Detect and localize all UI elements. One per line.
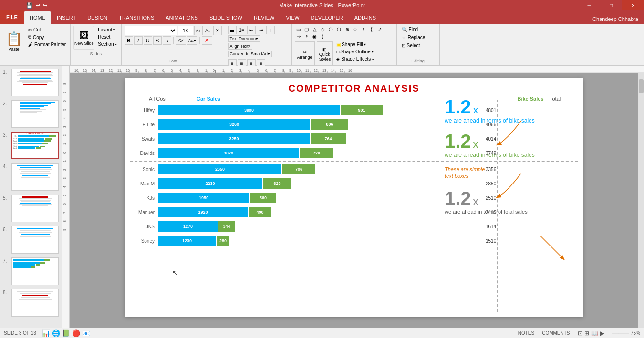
shape-icon-4[interactable]: ◇ <box>319 26 327 32</box>
align-text-btn[interactable]: Align Text▾ <box>228 43 253 50</box>
bike-bar-manuer: 490 <box>249 207 271 217</box>
svg-text:0: 0 <box>63 152 66 154</box>
decrease-font-btn[interactable]: A↓ <box>204 26 212 35</box>
tab-developer[interactable]: DEVELOPER <box>305 11 349 24</box>
shape-icon-15[interactable]: ) <box>319 33 327 40</box>
quick-styles-button[interactable]: ◧ Quick Styles <box>317 41 333 67</box>
slide-thumb-6[interactable]: 6. <box>2 225 60 255</box>
strikethrough-button[interactable]: S <box>153 36 162 45</box>
svg-text:2: 2 <box>231 69 233 72</box>
comments-btn[interactable]: COMMENTS <box>542 330 570 336</box>
decrease-indent-btn[interactable]: ⇤ <box>247 26 256 34</box>
italic-button[interactable]: I <box>134 36 143 45</box>
shape-icon-3[interactable]: △ <box>311 26 319 32</box>
slide-thumb-7[interactable]: 7. <box>2 256 60 286</box>
tab-addins[interactable]: ADD-INS <box>349 11 382 24</box>
presenter-view-icon[interactable]: ▶ <box>600 330 604 337</box>
arrange-button[interactable]: ⧉ Arrange <box>295 41 315 67</box>
bike-bar-swats: 764 <box>311 133 346 144</box>
tab-transitions[interactable]: TRANSITIONS <box>113 11 160 24</box>
shadow-button[interactable]: s <box>163 36 171 45</box>
shape-icon-7[interactable]: ⊕ <box>343 26 351 32</box>
shape-icon-6[interactable]: ⬡ <box>335 26 343 32</box>
zoom-control[interactable]: ───── 75% <box>612 330 640 336</box>
svg-text:9: 9 <box>289 69 291 72</box>
shape-fill-button[interactable]: ▣ Shape Fill▾ <box>335 41 375 48</box>
font-name-select[interactable] <box>125 26 177 35</box>
find-button[interactable]: 🔍 Find <box>400 26 436 33</box>
chart-label-manuer: Manuer <box>130 210 158 215</box>
numbered-list-btn[interactable]: 1≡ <box>238 26 246 34</box>
tab-slideshow[interactable]: SLIDE SHOW <box>204 11 248 24</box>
shape-icon-14[interactable]: ◉ <box>311 33 319 40</box>
font-color-button[interactable]: A <box>202 36 212 45</box>
font-size-input[interactable] <box>178 26 193 35</box>
shape-icon-12[interactable]: ⇒ <box>295 33 302 40</box>
rect-icon[interactable]: ▭ <box>295 26 302 32</box>
smartart-btn[interactable]: Convert to SmartArt▾ <box>228 51 272 57</box>
file-button[interactable]: FILE <box>0 10 24 24</box>
layout-button[interactable]: Layout▾ <box>96 27 118 33</box>
slide-thumb-2[interactable]: 2. <box>2 99 60 129</box>
shape-icon-8[interactable]: ☆ <box>352 26 359 32</box>
svg-text:2: 2 <box>63 134 66 136</box>
slide-sorter-icon[interactable]: ⊞ <box>584 330 589 337</box>
undo-icon[interactable]: ↩ <box>36 2 40 9</box>
reset-button[interactable]: Reset <box>96 34 118 40</box>
redo-icon[interactable]: ↪ <box>43 2 47 9</box>
tab-review[interactable]: REVIEW <box>248 11 280 24</box>
svg-text:8: 8 <box>63 220 66 222</box>
notes-btn[interactable]: NOTES <box>518 330 534 336</box>
vertical-scrollbar[interactable] <box>638 73 644 328</box>
text-dir-btn[interactable]: Text Direction▾ <box>228 35 260 42</box>
copy-button[interactable]: ⧉ Copy <box>27 34 67 41</box>
shape-effects-button[interactable]: ◈ Shape Effects - <box>335 56 375 62</box>
close-btn[interactable]: ✕ <box>622 0 644 10</box>
increase-font-btn[interactable]: A↑ <box>194 26 203 35</box>
underline-button[interactable]: U <box>144 36 152 45</box>
cut-button[interactable]: ✂ Cut <box>27 27 67 33</box>
shape-icon-13[interactable]: ⌖ <box>303 33 311 40</box>
slide-thumb-1[interactable]: 1. <box>2 68 60 97</box>
slide-thumb-8[interactable]: 8. <box>2 288 60 318</box>
columns-btn[interactable]: ⫶ <box>266 26 275 34</box>
tab-home[interactable]: HOME <box>24 11 51 24</box>
tab-view[interactable]: VIEW <box>280 11 305 24</box>
shape-icon-5[interactable]: ⬠ <box>327 26 335 32</box>
rounded-rect-icon[interactable]: ▢ <box>303 26 311 32</box>
bold-button[interactable]: B <box>125 36 133 45</box>
save-icon[interactable]: 💾 <box>26 2 33 9</box>
minimize-btn[interactable]: ─ <box>578 0 600 10</box>
shape-icon-11[interactable]: ↗ <box>376 26 384 32</box>
tab-design[interactable]: DESIGN <box>82 11 113 24</box>
bullet-list-btn[interactable]: ☰ <box>228 26 237 34</box>
reading-view-icon[interactable]: 📖 <box>591 330 598 337</box>
normal-view-icon[interactable]: ⊡ <box>578 330 582 337</box>
paste-label: Paste <box>8 47 19 51</box>
char-spacing-button[interactable]: AV <box>176 36 186 45</box>
section-button[interactable]: Section - <box>96 41 118 47</box>
shape-icon-9[interactable]: ⌖ <box>360 26 367 32</box>
format-painter-button[interactable]: 🖌 Format Painter <box>27 41 67 48</box>
new-slide-button[interactable]: 🖼 New Slide <box>73 26 94 50</box>
clear-format-btn[interactable]: ✕ <box>213 26 222 35</box>
bike-bar-davids: 729 <box>300 148 333 158</box>
slide-canvas[interactable]: ↖ COMPETITOR ANALYSIS All Cos Car Sales … <box>70 73 638 328</box>
replace-button[interactable]: ↔ Replace <box>400 34 436 41</box>
bike-bar-hifey: 901 <box>341 105 383 115</box>
tab-insert[interactable]: INSERT <box>51 11 82 24</box>
increase-indent-btn[interactable]: ⇥ <box>257 26 265 34</box>
big-number-1: 1.2 <box>445 97 471 116</box>
select-button[interactable]: ⊡ Select - <box>400 42 436 49</box>
change-case-button[interactable]: Aa▾ <box>187 36 197 45</box>
paste-button[interactable]: 📋 Paste <box>3 26 25 56</box>
maximize-btn[interactable]: □ <box>600 0 622 10</box>
slide-num-7: 7. <box>3 258 10 264</box>
slide-thumb-5[interactable]: 5. <box>2 194 60 223</box>
slide-thumb-4[interactable]: 4. <box>2 162 60 192</box>
slide-thumb-3[interactable]: 3. COMPETITOR ANALYSIS Hifey P Lite <box>2 131 60 160</box>
shape-icon-10[interactable]: { <box>368 26 375 32</box>
tab-animations[interactable]: ANIMATIONS <box>160 11 204 24</box>
shape-outline-button[interactable]: □ Shape Outline▾ <box>335 49 375 55</box>
svg-text:5: 5 <box>63 109 66 111</box>
